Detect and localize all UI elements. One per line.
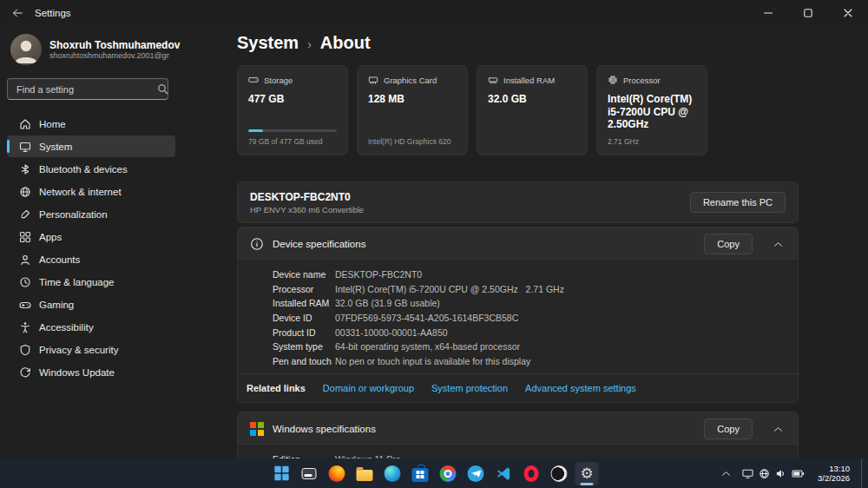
sidebar-item-label: Home (39, 119, 66, 129)
sidebar-item-apps[interactable]: Apps (7, 226, 175, 247)
sidebar-item-personalization[interactable]: Personalization (7, 203, 175, 225)
settings-app-button[interactable]: ⚙ (575, 462, 599, 485)
store-icon (412, 468, 429, 482)
maximize-icon (804, 9, 812, 17)
windows-specifications-body: Edition Windows 11 Pro (238, 445, 798, 458)
sidebar-item-network-internet[interactable]: Network & internet (7, 181, 175, 202)
back-button[interactable] (0, 0, 35, 26)
rename-pc-button[interactable]: Rename this PC (690, 192, 786, 213)
minimize-button[interactable] (748, 0, 788, 26)
sidebar-item-bluetooth-devices[interactable]: Bluetooth & devices (7, 158, 175, 180)
chevron-up-icon (773, 426, 783, 432)
spec-label: Product ID (273, 327, 335, 338)
collapse-button[interactable] (766, 233, 789, 255)
close-button[interactable] (828, 0, 868, 26)
breadcrumb-system[interactable]: System (237, 33, 299, 53)
card-detail: Intel(R) HD Graphics 620 (368, 137, 457, 146)
search-icon[interactable] (157, 83, 168, 95)
file-explorer-button[interactable] (353, 462, 377, 485)
chrome-icon (440, 465, 457, 482)
sidebar-item-accounts[interactable]: Accounts (7, 248, 175, 270)
system-tray: 13:10 3/2/2026 (717, 458, 865, 488)
sidebar-item-label: System (39, 142, 72, 152)
device-name: DESKTOP-FBC2NT0 (250, 191, 364, 203)
gpu-icon (368, 75, 378, 85)
maximize-button[interactable] (788, 0, 828, 26)
show-desktop-button[interactable] (861, 458, 865, 488)
sidebar-item-label: Privacy & security (39, 345, 118, 355)
sidebar-item-home[interactable]: Home (7, 113, 175, 135)
vscode-button[interactable] (492, 462, 516, 485)
spec-label: Installed RAM (273, 298, 335, 308)
copy-device-specs-button[interactable]: Copy (704, 234, 753, 254)
microsoft-store-button[interactable] (409, 462, 432, 485)
globe-icon (19, 186, 31, 198)
dark-circle-app-icon (551, 465, 568, 482)
sidebar-item-label: Apps (39, 232, 62, 242)
advanced-system-settings-link[interactable]: Advanced system settings (525, 383, 636, 393)
spec-row: Processor Intel(R) Core(TM) i5-7200U CPU… (238, 282, 798, 297)
sidebar-item-accessibility[interactable]: Accessibility (7, 316, 175, 338)
task-view-icon (302, 468, 317, 479)
card-detail: 2.71 GHz (608, 137, 696, 146)
storage-usage-fill (248, 129, 263, 132)
section-title: Device specifications (273, 239, 365, 249)
card-label: Storage (264, 76, 293, 85)
processor-card: Processor Intel(R) Core(TM) i5-7200U CPU… (596, 65, 707, 155)
sidebar-item-time-language[interactable]: Time & language (7, 271, 175, 293)
device-specifications-header[interactable]: Device specifications Copy (238, 228, 798, 260)
sidebar-item-windows-update[interactable]: Windows Update (7, 361, 175, 383)
system-protection-link[interactable]: System protection (431, 383, 508, 393)
sidebar-item-label: Accessibility (39, 322, 94, 333)
sidebar-item-system[interactable]: System (7, 135, 175, 157)
sidebar: Shoxruh Toshmuhamedov shoxruhtoshmuhamed… (0, 26, 182, 458)
opera-button[interactable] (520, 462, 543, 485)
spec-row: Device name DESKTOP-FBC2NT0 (238, 267, 798, 282)
sidebar-item-label: Accounts (39, 254, 80, 265)
copy-windows-specs-button[interactable]: Copy (704, 419, 753, 439)
storage-card: Storage 477 GB 79 GB of 477 GB used (237, 65, 348, 155)
domain-or-workgroup-link[interactable]: Domain or workgroup (323, 383, 414, 393)
edge-button[interactable] (381, 462, 404, 485)
opera-icon (524, 465, 539, 482)
card-value: 32.0 GB (488, 93, 576, 106)
device-specifications-body: Device name DESKTOP-FBC2NT0 Processor In… (238, 260, 798, 373)
task-view-button[interactable] (298, 462, 321, 485)
back-arrow-icon (11, 7, 23, 19)
sidebar-item-gaming[interactable]: Gaming (7, 293, 175, 315)
spec-row: Installed RAM 32.0 GB (31.9 GB usable) (238, 296, 798, 311)
collapse-button[interactable] (766, 418, 789, 440)
accessibility-icon (19, 321, 31, 333)
avatar (10, 34, 42, 65)
device-model: HP ENVY x360 m6 Convertible (250, 205, 364, 214)
user-profile[interactable]: Shoxruh Toshmuhamedov shoxruhtoshmuhamed… (7, 32, 175, 67)
sidebar-item-privacy-security[interactable]: Privacy & security (7, 339, 175, 360)
spec-row: Edition Windows 11 Pro (238, 452, 798, 458)
related-links-row: Related links Domain or workgroup System… (238, 373, 798, 402)
windows-specifications-header[interactable]: Windows specifications Copy (238, 412, 798, 445)
telegram-button[interactable] (464, 462, 488, 485)
sidebar-item-label: Windows Update (39, 367, 115, 378)
chrome-button[interactable] (437, 462, 460, 485)
firefox-button[interactable] (326, 462, 349, 485)
sidebar-item-label: Time & language (39, 277, 115, 287)
card-label: Installed RAM (503, 76, 555, 85)
tray-overflow-button[interactable] (717, 462, 735, 485)
volume-icon (775, 468, 786, 479)
device-name-panel: DESKTOP-FBC2NT0 HP ENVY x360 m6 Converti… (237, 181, 799, 223)
spec-value: DESKTOP-FBC2NT0 (335, 269, 422, 280)
info-icon (250, 237, 264, 251)
windows-specifications-expander: Windows specifications Copy Edition Wind… (237, 412, 799, 458)
clock-icon (19, 276, 31, 288)
search-input[interactable] (7, 78, 168, 100)
tray-status-icons[interactable] (737, 462, 810, 485)
dark-circle-app-button[interactable] (548, 462, 571, 485)
card-label: Processor (623, 76, 661, 85)
device-specifications-expander: Device specifications Copy Device name D… (237, 227, 799, 403)
start-button[interactable] (270, 462, 293, 485)
storage-usage-bar (248, 129, 337, 132)
battery-icon (792, 468, 805, 479)
clock[interactable]: 13:10 3/2/2026 (812, 464, 856, 484)
main-content: System › About Storage 477 GB 79 GB of 4… (182, 26, 868, 458)
sidebar-item-label: Gaming (39, 300, 74, 310)
